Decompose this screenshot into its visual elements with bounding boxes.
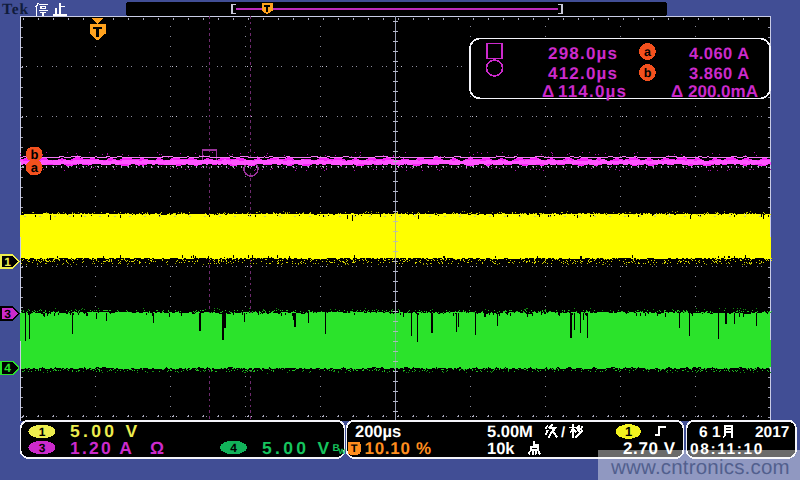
svg-text:1.20 A: 1.20 A xyxy=(70,438,134,458)
svg-text:b: b xyxy=(30,147,38,162)
svg-text:1: 1 xyxy=(39,425,46,439)
svg-text:3: 3 xyxy=(39,441,46,455)
svg-text:200.0mA: 200.0mA xyxy=(688,82,758,101)
svg-text:2017: 2017 xyxy=(755,424,789,441)
svg-text:3: 3 xyxy=(4,307,11,321)
svg-text:1: 1 xyxy=(4,255,11,269)
svg-text:Ω: Ω xyxy=(150,438,164,458)
svg-text:298.0µs: 298.0µs xyxy=(548,44,618,63)
svg-text:1: 1 xyxy=(712,424,721,441)
svg-text:5.00 V: 5.00 V xyxy=(262,438,332,458)
svg-text:1: 1 xyxy=(625,424,632,439)
svg-text:T: T xyxy=(351,443,358,455)
svg-text:a: a xyxy=(31,160,39,175)
svg-text:4.060 A: 4.060 A xyxy=(689,45,750,63)
svg-text:W: W xyxy=(339,447,347,456)
svg-text:Tek: Tek xyxy=(2,1,29,18)
svg-text:Δ: Δ xyxy=(542,82,555,101)
svg-text:b: b xyxy=(644,66,652,80)
svg-text:a: a xyxy=(644,45,652,59)
svg-text:5.00M: 5.00M xyxy=(487,423,533,441)
svg-text:4: 4 xyxy=(230,441,237,455)
svg-text:10k: 10k xyxy=(487,440,515,458)
svg-text:114.0µs: 114.0µs xyxy=(558,82,627,101)
svg-text:Δ: Δ xyxy=(671,82,684,101)
svg-text:10.10 %: 10.10 % xyxy=(365,439,432,458)
svg-text:6: 6 xyxy=(699,424,708,441)
svg-text:412.0µs: 412.0µs xyxy=(548,64,618,83)
svg-text:www.cntronics.com: www.cntronics.com xyxy=(610,456,790,479)
svg-text:3.860 A: 3.860 A xyxy=(689,65,750,83)
svg-text:4: 4 xyxy=(4,361,11,375)
